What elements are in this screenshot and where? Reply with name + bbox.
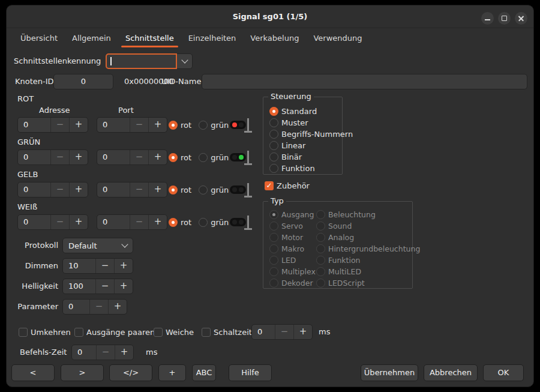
funktion-radio[interactable] [269, 164, 278, 173]
increment-button[interactable]: + [114, 259, 133, 273]
tab-einzelheiten[interactable]: Einzelheiten [181, 28, 244, 48]
apply-button[interactable]: Übernehmen [361, 364, 418, 381]
prev-button[interactable]: < [11, 364, 55, 381]
weiss-port-spinbutton[interactable]: 0 − + [97, 214, 167, 230]
increment-button[interactable]: + [69, 215, 88, 229]
increment-button[interactable]: + [148, 118, 167, 132]
rot-address-spinbutton[interactable]: 0 − + [17, 117, 88, 133]
gruen-radio[interactable] [199, 185, 208, 194]
begriffs-nummern-radio[interactable] [269, 130, 278, 139]
spin-value[interactable]: 10 [63, 259, 95, 273]
increment-button[interactable]: + [69, 150, 88, 164]
motor-radio [269, 233, 278, 242]
spin-value[interactable]: 0 [252, 325, 275, 339]
knoten-id-input[interactable]: 0 [53, 74, 113, 89]
rot-port-spinbutton[interactable]: 0 − + [97, 117, 167, 133]
increment-button[interactable]: + [148, 150, 167, 164]
increment-button[interactable]: + [69, 118, 88, 132]
maximize-button[interactable] [498, 12, 511, 25]
spin-value[interactable]: 0 [97, 215, 130, 229]
code-button[interactable]: </> [109, 364, 152, 381]
gelb-port-spinbutton[interactable]: 0 − + [97, 182, 167, 198]
spin-value[interactable]: 0 [18, 118, 50, 132]
abc-button[interactable]: ABC [192, 364, 216, 381]
spin-value[interactable]: 100 [63, 279, 95, 294]
spin-value[interactable]: 0 [18, 215, 50, 229]
cancel-button[interactable]: Abbrechen [424, 364, 478, 381]
weiche-checkbox[interactable] [154, 328, 163, 337]
parameter-spinbutton[interactable]: 0 − + [62, 299, 127, 315]
decrement-button[interactable]: − [50, 215, 69, 229]
zubehoer-checkbox[interactable] [265, 181, 274, 190]
helligkeit-spinbutton[interactable]: 100 − + [62, 279, 133, 294]
decrement-button[interactable]: − [50, 150, 69, 164]
rot-radio[interactable] [169, 121, 178, 130]
increment-button[interactable]: + [69, 182, 88, 197]
gelb-address-spinbutton[interactable]: 0 − + [17, 182, 88, 198]
gruen-address-spinbutton[interactable]: 0 − + [17, 149, 88, 165]
tab-schnittstelle[interactable]: Schnittstelle [118, 28, 181, 48]
spin-value[interactable]: 0 [97, 150, 130, 164]
decrement-button[interactable]: − [130, 150, 148, 164]
spin-value[interactable]: 0 [97, 118, 130, 132]
protokoll-dropdown[interactable]: Default [62, 238, 133, 253]
dimmen-spinbutton[interactable]: 10 − + [62, 258, 133, 274]
close-button[interactable] [515, 12, 527, 25]
linear-radio[interactable] [269, 141, 278, 150]
decrement-button[interactable]: − [95, 279, 114, 294]
add-button[interactable]: + [158, 364, 186, 381]
gruen-radio[interactable] [199, 153, 208, 162]
hintergrundbeleuchtung-label: Hintergrundbeleuchtung [328, 244, 420, 253]
decrement-button[interactable]: − [130, 118, 148, 132]
minimize-button[interactable] [481, 12, 494, 25]
decrement-button[interactable]: − [50, 118, 69, 132]
weiss-address-spinbutton[interactable]: 0 − + [17, 214, 88, 230]
spin-value[interactable]: 0 [97, 182, 130, 197]
decrement-button[interactable]: − [96, 345, 115, 360]
tab-allgemein[interactable]: Allgemein [65, 28, 118, 48]
spin-value[interactable]: 0 [18, 150, 50, 164]
spin-value[interactable]: 0 [63, 300, 89, 314]
decrement-button[interactable]: − [130, 182, 148, 197]
schaltzeit-spinbutton[interactable]: 0 − + [251, 324, 313, 340]
port-column-header: Port [118, 106, 134, 115]
decrement-button[interactable]: − [95, 259, 114, 273]
rot-radio[interactable] [169, 218, 178, 227]
next-button[interactable]: > [61, 364, 104, 381]
rot-radio[interactable] [169, 185, 178, 194]
befehls-zeit-spinbutton[interactable]: 0 − + [71, 345, 134, 360]
spin-value[interactable]: 0 [18, 182, 50, 197]
increment-button[interactable]: + [114, 279, 133, 294]
gruen-radio[interactable] [199, 121, 208, 130]
schnittstellenkennung-input[interactable] [106, 53, 177, 69]
gruen-port-spinbutton[interactable]: 0 − + [97, 149, 167, 165]
schnittstellenkennung-dropdown-button[interactable] [177, 53, 193, 69]
ausgaenge-paaren-checkbox[interactable] [74, 328, 83, 337]
help-button[interactable]: Hilfe [229, 364, 272, 381]
tab-verwendung[interactable]: Verwendung [306, 28, 369, 48]
decrement-button[interactable]: − [275, 325, 293, 339]
decrement-button[interactable]: − [89, 300, 108, 314]
umkehren-checkbox[interactable] [19, 328, 28, 337]
standard-radio[interactable] [269, 107, 278, 116]
schaltzeit-checkbox[interactable] [202, 328, 211, 337]
decrement-button[interactable]: − [130, 215, 148, 229]
muster-radio[interactable] [269, 118, 278, 127]
rot-radio[interactable] [169, 153, 178, 162]
gruen-radio[interactable] [199, 218, 208, 227]
increment-button[interactable]: + [148, 182, 167, 197]
increment-button[interactable]: + [148, 215, 167, 229]
multiled-label: MultiLED [328, 267, 361, 276]
uid-name-input[interactable] [202, 74, 527, 89]
spin-value[interactable]: 0 [72, 345, 96, 360]
increment-button[interactable]: + [108, 300, 127, 314]
makro-label: Makro [281, 244, 304, 253]
tab-verkabelung[interactable]: Verkabelung [243, 28, 306, 48]
increment-button[interactable]: + [293, 325, 312, 339]
binaer-radio[interactable] [269, 152, 278, 161]
decrement-button[interactable]: − [50, 182, 69, 197]
increment-button[interactable]: + [115, 345, 133, 360]
steuerung-option-begriffs-nummern: Begriffs-Nummern [269, 128, 353, 139]
tab-uebersicht[interactable]: Übersicht [13, 28, 65, 48]
ok-button[interactable]: OK [483, 364, 524, 381]
